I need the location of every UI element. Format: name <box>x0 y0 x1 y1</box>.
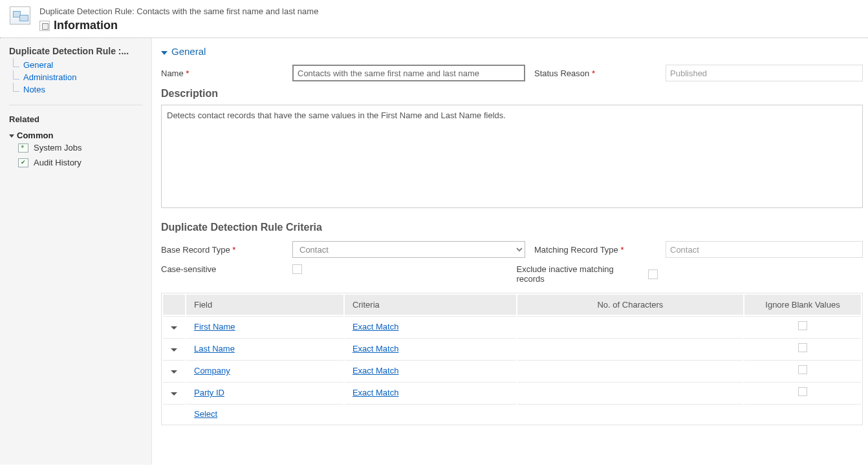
table-row[interactable]: First NameExact Match <box>163 316 861 337</box>
sidebar-common-toggle[interactable]: Common <box>9 131 142 140</box>
exclude-inactive-label: Exclude inactive matching records <box>517 264 643 284</box>
sidebar-title: Duplicate Detection Rule :... <box>9 46 142 56</box>
system-jobs-icon <box>18 143 28 153</box>
case-sensitive-label: Case-sensitive <box>161 264 287 274</box>
sidebar-item-general[interactable]: General <box>9 59 142 71</box>
criteria-link[interactable]: Exact Match <box>353 366 399 375</box>
collapse-icon <box>161 46 169 57</box>
criteria-link[interactable]: Exact Match <box>353 322 399 332</box>
sidebar: Duplicate Detection Rule :... General Ad… <box>0 38 152 465</box>
description-label: Description <box>161 88 863 100</box>
chevron-down-icon[interactable] <box>171 366 177 375</box>
information-icon <box>39 21 50 31</box>
chevron-down-icon[interactable] <box>171 388 177 397</box>
select-link[interactable]: Select <box>194 409 217 419</box>
table-row[interactable]: CompanyExact Match <box>163 360 861 381</box>
col-field: Field <box>186 295 343 315</box>
description-textarea[interactable] <box>161 105 863 208</box>
section-general-header[interactable]: General <box>161 46 863 57</box>
exclude-inactive-checkbox[interactable] <box>648 269 658 279</box>
criteria-link[interactable]: Exact Match <box>353 388 399 397</box>
field-link[interactable]: Company <box>194 366 230 375</box>
entity-icon <box>10 6 30 25</box>
col-criteria: Criteria <box>345 295 516 315</box>
field-link[interactable]: First Name <box>194 322 235 332</box>
matching-record-type-label: Matching Record Type * <box>534 245 660 255</box>
audit-history-icon <box>18 158 28 167</box>
related-item-system-jobs[interactable]: System Jobs <box>9 140 142 155</box>
status-reason-label: Status Reason * <box>534 69 660 78</box>
chevron-down-icon[interactable] <box>171 322 177 332</box>
case-sensitive-checkbox[interactable] <box>292 264 302 274</box>
matching-record-type-field[interactable]: Contact <box>666 241 863 258</box>
sidebar-item-administration[interactable]: Administration <box>9 71 142 83</box>
breadcrumb: Duplicate Detection Rule: Contacts with … <box>39 6 858 16</box>
main-panel: General Name * Status Reason * Published… <box>152 38 868 465</box>
col-ignore-blank: Ignore Blank Values <box>744 295 861 315</box>
table-row-select[interactable]: Select <box>163 404 861 423</box>
name-label: Name * <box>161 69 287 78</box>
page-title: Information <box>54 19 118 32</box>
criteria-link[interactable]: Exact Match <box>353 344 399 354</box>
related-label: Related <box>9 114 142 124</box>
table-row[interactable]: Last NameExact Match <box>163 338 861 359</box>
col-no-chars: No. of Characters <box>517 295 743 315</box>
chevron-down-icon[interactable] <box>171 344 177 354</box>
ignore-blank-checkbox[interactable] <box>798 343 807 352</box>
ignore-blank-checkbox[interactable] <box>798 321 807 330</box>
name-input[interactable] <box>292 65 525 81</box>
criteria-section-header: Duplicate Detection Rule Criteria <box>161 222 863 233</box>
sidebar-item-notes[interactable]: Notes <box>9 83 142 96</box>
field-link[interactable]: Last Name <box>194 344 235 354</box>
field-link[interactable]: Party ID <box>194 388 224 397</box>
ignore-blank-checkbox[interactable] <box>798 387 807 396</box>
base-record-type-select[interactable]: Contact <box>292 241 525 258</box>
ignore-blank-checkbox[interactable] <box>798 365 807 374</box>
criteria-table: Field Criteria No. of Characters Ignore … <box>161 293 863 425</box>
related-item-audit-history[interactable]: Audit History <box>9 155 142 170</box>
base-record-type-label: Base Record Type * <box>161 245 287 255</box>
status-reason-field[interactable]: Published <box>666 65 863 81</box>
page-header: Duplicate Detection Rule: Contacts with … <box>0 0 868 38</box>
table-row[interactable]: Party IDExact Match <box>163 382 861 403</box>
